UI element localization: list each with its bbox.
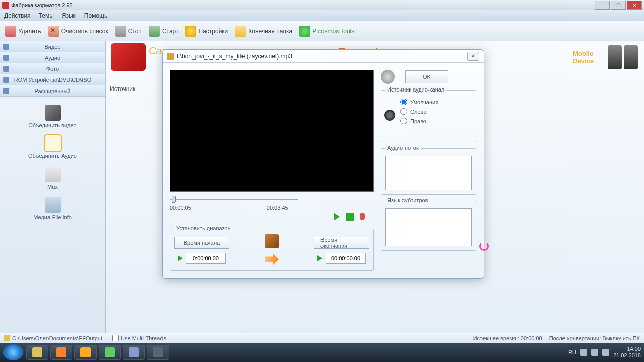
close-button[interactable]: ✕ [627, 1, 642, 10]
set-end-button[interactable]: Время окончания [314, 237, 369, 249]
clear-list-button[interactable]: Очистить список [48, 26, 108, 37]
app-icon-4 [105, 347, 115, 357]
menu-help[interactable]: Помощь [84, 12, 107, 19]
clear-icon [48, 26, 59, 37]
app-icon-5 [129, 347, 139, 357]
tray-volume-icon[interactable] [602, 349, 609, 356]
mux-icon [45, 166, 61, 182]
output-folder-button[interactable]: Конечная папка [235, 26, 292, 37]
arrow-right-icon [265, 252, 279, 266]
radio-left[interactable]: Слева [400, 108, 472, 115]
video-preview [170, 70, 374, 192]
stop-button[interactable]: Стоп [115, 26, 142, 37]
app-icon-6 [153, 347, 163, 357]
ok-button[interactable]: OK [405, 70, 448, 83]
mute-button[interactable] [360, 213, 365, 220]
audio-stream-legend: Аудио поток [385, 145, 421, 151]
sidebar-cat-audio[interactable]: Аудио [0, 52, 105, 63]
sidebar-cat-video[interactable]: Видео [0, 41, 105, 52]
sidebar-cat-advanced[interactable]: Расширенный [0, 85, 105, 97]
film-icon [265, 234, 279, 248]
tool-join-video[interactable]: Объединить видео [0, 105, 105, 128]
task-app5[interactable] [123, 345, 145, 360]
folder-small-icon [4, 335, 10, 341]
source-label: Источник [110, 85, 135, 93]
content-area: Camera Format Mobile Device Источник I:\… [106, 41, 644, 342]
task-media[interactable] [50, 345, 72, 360]
start-button[interactable]: Старт [149, 26, 179, 37]
play-end-icon[interactable] [317, 255, 323, 261]
minimize-button[interactable]: — [595, 1, 610, 10]
device-icon [608, 45, 622, 69]
subtitle-lang-fieldset: Язык субтитров [381, 201, 476, 251]
tool-join-audio[interactable]: Объединить Аудио [0, 135, 105, 159]
tray-network-icon[interactable] [591, 349, 598, 356]
menu-actions[interactable]: Действия [4, 12, 31, 19]
clip-dialog: I:\bon_jovi_-_it_s_my_life.(zaycev.net).… [162, 49, 484, 279]
range-fieldset: Установить диапазон Время начала [170, 229, 374, 271]
system-tray: RU 14:0021.02.2016 [568, 346, 641, 359]
audio-icon [3, 55, 9, 61]
slider-thumb[interactable] [172, 196, 176, 203]
dialog-close-button[interactable]: ✕ [467, 52, 479, 61]
end-time-input[interactable] [326, 253, 366, 264]
task-app3[interactable] [74, 345, 97, 360]
delete-button[interactable]: Удалить [5, 26, 41, 37]
menu-language[interactable]: Язык [62, 12, 76, 19]
menu-themes[interactable]: Темы [39, 12, 54, 19]
dialog-titlebar: I:\bon_jovi_-_it_s_my_life.(zaycev.net).… [163, 50, 484, 63]
stop-playback-button[interactable] [346, 213, 354, 221]
audio-stream-list[interactable] [385, 156, 472, 190]
task-app6[interactable] [147, 345, 169, 360]
after-conversion: После конвертации: Выключить ПК [549, 335, 640, 341]
advanced-icon [3, 88, 9, 94]
toolbar: Удалить Очистить список Стоп Старт Настр… [0, 21, 644, 41]
taskbar: RU 14:0021.02.2016 [0, 343, 644, 362]
window-titlebar: Фабрика Форматов 2.95 — ☐ ✕ [0, 0, 644, 10]
info-icon [45, 197, 61, 213]
seek-slider[interactable] [170, 196, 374, 203]
start-time-input[interactable] [186, 253, 226, 264]
radio-default[interactable]: Умолчания [400, 99, 472, 105]
menu-bar: Действия Темы Язык Помощь [0, 10, 644, 21]
play-start-icon[interactable] [178, 255, 183, 261]
maximize-button[interactable]: ☐ [611, 1, 626, 10]
join-audio-icon [45, 135, 61, 151]
loading-spinner-icon [479, 242, 489, 251]
folder-icon [235, 26, 246, 37]
tray-lang[interactable]: RU [568, 349, 576, 355]
phone-icon [624, 45, 638, 69]
sidebar-cat-rom[interactable]: ROM Устройство\DVD\CD\ISO [0, 74, 105, 85]
subtitle-lang-list[interactable] [385, 208, 472, 246]
window-title: Фабрика Форматов 2.95 [11, 2, 73, 8]
radio-right[interactable]: Право [400, 118, 472, 124]
picosmos-button[interactable]: Picosmos Tools [299, 26, 354, 37]
gear-icon [185, 26, 196, 37]
task-explorer[interactable] [26, 345, 48, 360]
play-button[interactable] [334, 213, 340, 221]
status-bar: C:\Users\Олег\Documents\FFOutput Use Mul… [0, 333, 644, 343]
explorer-icon [32, 347, 42, 357]
media-icon [56, 347, 66, 357]
tray-clock[interactable]: 14:0021.02.2016 [613, 346, 641, 359]
task-app4[interactable] [99, 345, 121, 360]
mobile-device-label: Mobile Device [573, 50, 603, 65]
multi-threads-toggle[interactable]: Use Multi-Threads [112, 335, 166, 341]
slider-track [170, 199, 298, 200]
start-button-win[interactable] [3, 344, 23, 360]
mobile-device-panel[interactable]: Mobile Device [573, 43, 638, 71]
sidebar-cat-photo[interactable]: Фото [0, 63, 105, 74]
settings-button[interactable]: Настройки [185, 26, 228, 37]
speaker-icon [381, 70, 395, 84]
tool-media-info[interactable]: Медиа-File Info [0, 197, 105, 220]
output-path[interactable]: C:\Users\Олег\Documents\FFOutput [4, 335, 102, 341]
tray-flag-icon[interactable] [580, 349, 587, 356]
audio-stream-fieldset: Аудио поток [381, 148, 476, 195]
speaker-small-icon [384, 110, 395, 121]
start-icon [149, 26, 160, 37]
video-icon [3, 44, 9, 50]
disc-icon [3, 77, 9, 83]
tool-mux[interactable]: Mux [0, 166, 105, 190]
set-start-button[interactable]: Время начала [174, 237, 229, 249]
photo-icon [3, 66, 9, 72]
